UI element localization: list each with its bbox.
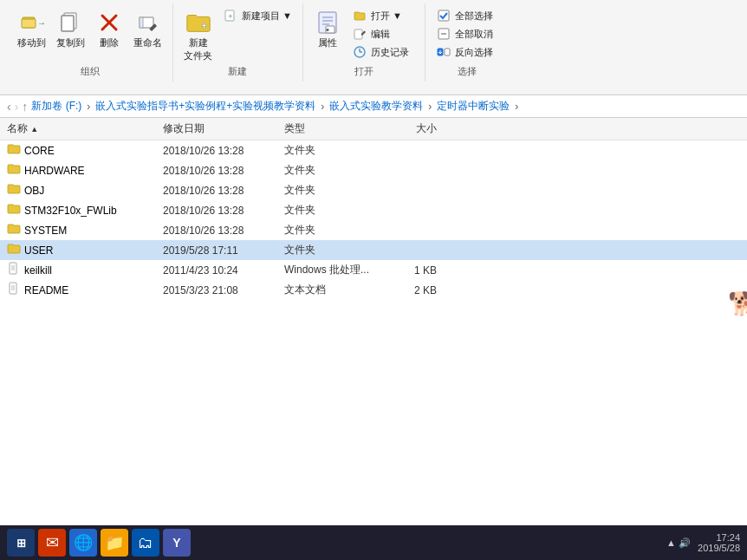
open-button[interactable]: 打开 ▼: [348, 7, 418, 24]
properties-label: 属性: [318, 36, 337, 49]
start-button[interactable]: ⊞: [7, 529, 35, 557]
address-crumb-2[interactable]: 嵌入式实验教学资料: [329, 99, 423, 114]
taskbar-clock: 17:24 2019/5/28: [698, 532, 740, 553]
file-row[interactable]: README 2015/3/23 21:08 文本文档 2 KB: [0, 280, 747, 300]
folder-icon: [7, 242, 21, 258]
file-size: 1 KB: [381, 263, 451, 278]
new-item-button[interactable]: + 新建项目 ▼: [219, 7, 296, 24]
edit-label: 编辑: [371, 28, 390, 41]
svg-rect-32: [10, 263, 16, 274]
address-crumb-3[interactable]: 定时器中断实验: [437, 99, 510, 114]
select-buttons: 全部选择 全部取消: [432, 7, 502, 61]
ribbon-groups: → 移动到 复制到: [7, 3, 740, 94]
file-name-text: OBJ: [24, 185, 44, 197]
select-none-button[interactable]: 全部取消: [432, 25, 502, 42]
file-row[interactable]: keilkill 2011/4/23 10:24 Windows 批处理... …: [0, 260, 747, 280]
file-name: keilkill: [0, 262, 156, 278]
file-name-text: CORE: [24, 145, 55, 157]
file-type: 文件夹: [277, 181, 381, 199]
rename-icon: [134, 9, 162, 36]
file-row[interactable]: USER 2019/5/28 17:11 文件夹: [0, 240, 747, 260]
taskbar-browser[interactable]: 🌐: [69, 529, 97, 557]
header-name[interactable]: 名称 ▲: [0, 120, 156, 138]
move-to-label: 移动到: [17, 36, 46, 49]
ribbon-group-open: 属性 打开 ▼: [303, 3, 425, 81]
file-row[interactable]: STM32F10x_FWLib 2018/10/26 13:28 文件夹: [0, 200, 747, 220]
new-buttons: + 新建文件夹 + 新建项目 ▼: [180, 7, 296, 64]
file-type: Windows 批处理...: [277, 261, 381, 279]
file-name: README: [0, 282, 156, 298]
file-date: 2018/10/26 13:28: [156, 143, 277, 159]
rename-button[interactable]: 重命名: [130, 7, 166, 51]
address-up-icon[interactable]: ↑: [22, 100, 28, 114]
history-button[interactable]: 历史记录: [348, 43, 418, 61]
copy-to-button[interactable]: 复制到: [53, 7, 88, 51]
file-name-text: USER: [24, 244, 53, 257]
select-all-button[interactable]: 全部选择: [432, 7, 502, 24]
svg-rect-36: [10, 283, 16, 294]
address-back-icon[interactable]: ‹: [7, 100, 11, 114]
file-rows: CORE 2018/10/26 13:28 文件夹 HARDWARE 2018/…: [0, 140, 747, 300]
address-bar: ‹ › ↑ 新加卷 (F:) › 嵌入式实验指导书+实验例程+实验视频教学资料 …: [0, 95, 747, 118]
delete-button[interactable]: 删除: [92, 7, 127, 51]
file-icon: [7, 282, 21, 298]
history-label: 历史记录: [371, 46, 409, 59]
rename-label: 重命名: [133, 36, 162, 49]
address-crumb-0[interactable]: 新加卷 (F:): [31, 99, 81, 114]
file-area: 名称 ▲ 修改日期 类型 大小 CORE 2018/10/26 13:28 文件…: [0, 118, 747, 525]
taskbar: ⊞ ✉ 🌐 📁 🗂 Y ▲ 🔊 17:24 2019/5/28: [0, 525, 747, 560]
file-name: OBJ: [0, 182, 156, 199]
header-date[interactable]: 修改日期: [156, 120, 277, 138]
ribbon-group-select: 全部选择 全部取消: [425, 3, 509, 81]
taskbar-tray: ▲ 🔊: [666, 537, 691, 549]
file-size: [381, 229, 451, 232]
open-group-label: 打开: [354, 65, 374, 81]
svg-rect-8: [140, 17, 143, 28]
ribbon: → 移动到 复制到: [0, 0, 747, 95]
svg-text:+: +: [200, 19, 207, 32]
select-none-label: 全部取消: [455, 28, 493, 41]
open-label: 打开 ▼: [371, 10, 402, 23]
file-size: [381, 149, 451, 153]
move-to-icon: →: [18, 9, 46, 36]
file-date: 2018/10/26 13:28: [156, 163, 277, 179]
taskbar-mail[interactable]: ✉: [38, 529, 66, 557]
taskbar-right: ▲ 🔊 17:24 2019/5/28: [666, 532, 740, 553]
taskbar-date-val: 2019/5/28: [698, 543, 740, 553]
file-name: HARDWARE: [0, 162, 156, 179]
file-type: 文件夹: [277, 201, 381, 219]
taskbar-explorer[interactable]: 🗂: [132, 529, 159, 557]
file-date: 2011/4/23 10:24: [156, 263, 277, 278]
file-type: 文件夹: [277, 161, 381, 179]
header-size[interactable]: 大小: [381, 120, 451, 138]
copy-to-icon: [57, 9, 85, 36]
move-to-button[interactable]: → 移动到: [14, 7, 49, 51]
file-name-text: STM32F10x_FWLib: [24, 205, 117, 217]
file-row[interactable]: CORE 2018/10/26 13:28 文件夹: [0, 140, 747, 160]
edit-button[interactable]: 编辑: [348, 25, 418, 42]
svg-rect-31: [445, 49, 450, 55]
folder-icon: [7, 182, 21, 199]
header-type[interactable]: 类型: [277, 120, 381, 138]
new-folder-button[interactable]: + 新建文件夹: [180, 7, 216, 64]
copy-to-label: 复制到: [56, 36, 85, 49]
delete-icon: [95, 9, 123, 36]
address-forward-icon[interactable]: ›: [15, 100, 19, 114]
invert-select-button[interactable]: 反向选择: [432, 43, 502, 61]
file-name-text: HARDWARE: [24, 165, 85, 177]
side-decoration: 🐕: [728, 290, 745, 317]
taskbar-folder-yellow[interactable]: 📁: [101, 529, 128, 557]
address-crumb-1[interactable]: 嵌入式实验指导书+实验例程+实验视频教学资料: [95, 99, 315, 114]
svg-rect-4: [62, 16, 74, 31]
folder-icon: [7, 162, 21, 179]
file-row[interactable]: HARDWARE 2018/10/26 13:28 文件夹: [0, 160, 747, 180]
file-row[interactable]: SYSTEM 2018/10/26 13:28 文件夹: [0, 220, 747, 240]
invert-select-icon: [436, 44, 451, 60]
file-date: 2019/5/28 17:11: [156, 243, 277, 258]
file-row[interactable]: OBJ 2018/10/26 13:28 文件夹: [0, 180, 747, 200]
new-item-col: + 新建项目 ▼: [219, 7, 296, 24]
taskbar-app5[interactable]: Y: [163, 529, 191, 557]
file-date: 2018/10/26 13:28: [156, 223, 277, 238]
folder-icon: [7, 142, 21, 159]
properties-button[interactable]: 属性: [310, 7, 345, 51]
